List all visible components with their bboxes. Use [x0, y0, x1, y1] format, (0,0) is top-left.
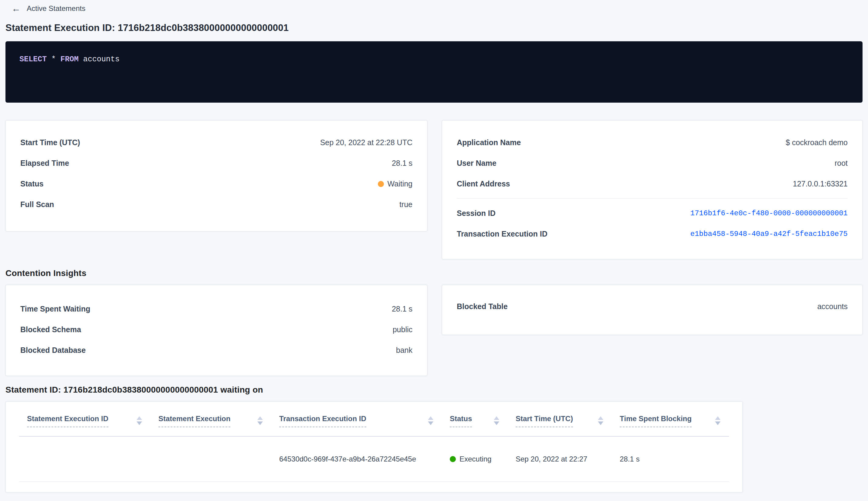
- waiting-on-table: Statement Execution ID Statement Executi…: [6, 402, 743, 492]
- table-row: 64530d0c-969f-437e-a9b4-26a72245e45e Exe…: [19, 437, 729, 482]
- application-name-row: Application Name $ cockroach demo: [457, 132, 848, 153]
- sort-icon[interactable]: [715, 416, 720, 425]
- cell-start-time: Sep 20, 2022 at 22:27: [508, 455, 612, 463]
- status-value: Waiting: [378, 180, 412, 188]
- waiting-on-heading: Statement ID: 1716b218dc0b38380000000000…: [6, 385, 862, 395]
- user-name-label: User Name: [457, 159, 497, 168]
- transaction-execution-id-link[interactable]: e1bba458-5948-40a9-a42f-5feac1b10e75: [691, 230, 848, 238]
- column-header-start-time[interactable]: Start Time (UTC): [508, 415, 612, 427]
- blocked-schema-label: Blocked Schema: [20, 325, 81, 334]
- blocked-schema-value: public: [393, 325, 412, 334]
- blocked-table-row: Blocked Table accounts: [457, 296, 848, 317]
- user-name-row: User Name root: [457, 153, 848, 173]
- client-address-label: Client Address: [457, 180, 510, 188]
- sql-keyword: FROM: [61, 55, 79, 64]
- column-header-label[interactable]: Statement Execution: [159, 415, 230, 427]
- column-header-label[interactable]: Statement Execution ID: [27, 415, 108, 427]
- start-time-value: Sep 20, 2022 at 22:28 UTC: [320, 138, 412, 147]
- execution-details-card: Start Time (UTC) Sep 20, 2022 at 22:28 U…: [6, 120, 427, 231]
- waiting-status-dot-icon: [378, 181, 384, 187]
- full-scan-row: Full Scan true: [20, 194, 412, 215]
- column-header-label[interactable]: Time Spent Blocking: [620, 415, 692, 427]
- session-id-row: Session ID 1716b1f6-4e0c-f480-0000-00000…: [457, 203, 848, 223]
- session-id-label: Session ID: [457, 209, 496, 218]
- back-arrow-icon[interactable]: ←: [12, 4, 21, 13]
- blocked-schema-row: Blocked Schema public: [20, 319, 412, 340]
- time-spent-waiting-label: Time Spent Waiting: [20, 305, 90, 313]
- summary-cards-row: Start Time (UTC) Sep 20, 2022 at 22:28 U…: [6, 120, 862, 259]
- time-spent-waiting-value: 28.1 s: [392, 305, 412, 313]
- back-link-active-statements[interactable]: Active Statements: [27, 4, 85, 13]
- executing-status-dot-icon: [450, 456, 456, 462]
- status-label: Status: [20, 180, 43, 188]
- column-header-transaction-execution-id[interactable]: Transaction Execution ID: [271, 415, 442, 427]
- cell-transaction-execution-id: 64530d0c-969f-437e-a9b4-26a72245e45e: [271, 455, 442, 463]
- contention-cards-row: Time Spent Waiting 28.1 s Blocked Schema…: [6, 285, 862, 376]
- elapsed-time-label: Elapsed Time: [20, 159, 69, 168]
- time-spent-waiting-row: Time Spent Waiting 28.1 s: [20, 298, 412, 319]
- contention-details-card: Time Spent Waiting 28.1 s Blocked Schema…: [6, 285, 427, 376]
- blocked-database-label: Blocked Database: [20, 346, 86, 355]
- start-time-label: Start Time (UTC): [20, 138, 80, 147]
- sql-keyword: SELECT: [19, 55, 47, 64]
- session-details-card: Application Name $ cockroach demo User N…: [442, 120, 862, 259]
- sort-icon[interactable]: [428, 416, 433, 425]
- contention-insights-heading: Contention Insights: [6, 268, 862, 278]
- sql-statement-box: SELECT * FROM accounts: [6, 41, 862, 103]
- application-name-label: Application Name: [457, 138, 521, 147]
- executing-status-text: Executing: [459, 455, 491, 463]
- card-divider: [457, 198, 848, 199]
- breadcrumb: ← Active Statements: [6, 0, 862, 14]
- page-title: Statement Execution ID: 1716b218dc0b3838…: [6, 22, 862, 33]
- column-header-time-spent-blocking[interactable]: Time Spent Blocking: [612, 415, 729, 427]
- full-scan-label: Full Scan: [20, 200, 54, 209]
- column-header-statement-execution[interactable]: Statement Execution: [151, 415, 271, 427]
- user-name-value: root: [835, 159, 848, 168]
- status-row: Status Waiting: [20, 173, 412, 194]
- sort-icon[interactable]: [598, 416, 603, 425]
- start-time-row: Start Time (UTC) Sep 20, 2022 at 22:28 U…: [20, 132, 412, 153]
- blocked-table-card: Blocked Table accounts: [442, 285, 862, 335]
- column-header-label[interactable]: Transaction Execution ID: [279, 415, 366, 427]
- transaction-execution-id-label: Transaction Execution ID: [457, 230, 547, 238]
- cell-time-spent-blocking: 28.1 s: [612, 455, 729, 463]
- sort-icon[interactable]: [494, 416, 499, 425]
- blocked-table-label: Blocked Table: [457, 302, 508, 311]
- table-header-row: Statement Execution ID Statement Executi…: [19, 402, 729, 437]
- blocked-database-value: bank: [396, 346, 412, 355]
- sort-icon[interactable]: [137, 416, 142, 425]
- application-name-value: $ cockroach demo: [786, 138, 848, 147]
- client-address-row: Client Address 127.0.0.1:63321: [457, 173, 848, 194]
- column-header-statement-execution-id[interactable]: Statement Execution ID: [19, 415, 151, 427]
- column-header-label[interactable]: Status: [450, 415, 472, 427]
- transaction-execution-id-row: Transaction Execution ID e1bba458-5948-4…: [457, 223, 848, 244]
- cell-status: Executing: [442, 455, 508, 463]
- sql-text: *: [47, 55, 61, 64]
- status-text: Waiting: [388, 180, 412, 188]
- sort-icon[interactable]: [257, 416, 263, 425]
- statement-execution-page: ← Active Statements Statement Execution …: [0, 0, 868, 492]
- blocked-database-row: Blocked Database bank: [20, 340, 412, 360]
- full-scan-value: true: [399, 200, 412, 209]
- session-id-link[interactable]: 1716b1f6-4e0c-f480-0000-000000000001: [691, 209, 848, 217]
- column-header-label[interactable]: Start Time (UTC): [516, 415, 573, 427]
- client-address-value: 127.0.0.1:63321: [793, 180, 848, 188]
- sql-text: accounts: [79, 55, 120, 64]
- blocked-table-value: accounts: [817, 302, 848, 311]
- elapsed-time-value: 28.1 s: [392, 159, 412, 168]
- elapsed-time-row: Elapsed Time 28.1 s: [20, 153, 412, 173]
- column-header-status[interactable]: Status: [442, 415, 508, 427]
